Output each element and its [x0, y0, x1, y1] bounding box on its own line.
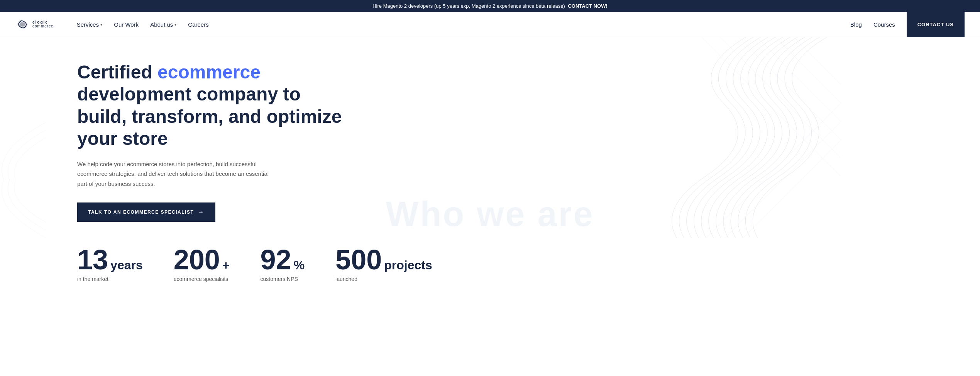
svg-line-1 [712, 37, 841, 158]
navbar-right: Blog Courses CONTACT US [850, 12, 965, 37]
chevron-down-icon: ▾ [100, 22, 102, 27]
nav-links: Services ▾ Our Work About us ▾ Careers [77, 21, 209, 28]
nav-courses[interactable]: Courses [873, 21, 895, 28]
hero-title: Certified ecommerce development company … [77, 61, 347, 150]
hero-content: Certified ecommerce development company … [77, 61, 347, 222]
navbar-left: elogic commerce Services ▾ Our Work Abou… [15, 17, 209, 31]
stat-nps-label: customers NPS [261, 276, 305, 282]
hero-title-after: development company to build, transform,… [77, 84, 342, 149]
hero-title-accent: ecommerce [157, 62, 261, 82]
stat-nps-unit: % [294, 258, 305, 272]
stat-specialists-label: ecommerce specialists [174, 276, 230, 282]
stat-projects-row: 500 projects [335, 246, 432, 274]
stat-years-unit: years [110, 258, 143, 272]
hero-cta-label: TALK TO AN ECOMMERCE SPECIALIST [88, 209, 194, 215]
logo-text-bottom: commerce [32, 24, 54, 28]
stat-specialists-number: 200 [174, 246, 220, 274]
hero-description: We help code your ecommerce stores into … [77, 159, 278, 189]
banner-cta-link[interactable]: CONTACT NOW! [568, 3, 607, 9]
stat-projects-number: 500 [335, 246, 382, 274]
arrow-right-icon: → [198, 209, 205, 216]
hero-section: Certified ecommerce development company … [0, 37, 980, 238]
svg-line-5 [786, 37, 841, 85]
stat-years-row: 13 years [77, 246, 143, 274]
left-arc-decoration [0, 122, 46, 238]
contact-us-button[interactable]: CONTACT US [907, 12, 965, 37]
navbar: elogic commerce Services ▾ Our Work Abou… [0, 12, 980, 37]
stat-specialists: 200 + ecommerce specialists [174, 246, 230, 282]
stat-years-number: 13 [77, 246, 108, 274]
hero-title-before: Certified [77, 62, 157, 82]
top-banner: Hire Magento 2 developers (up 5 years ex… [0, 0, 980, 12]
svg-line-4 [767, 37, 841, 103]
nav-blog[interactable]: Blog [850, 21, 862, 28]
stats-section: 13 years in the market 200 + ecommerce s… [0, 238, 980, 305]
stat-nps-row: 92 % [261, 246, 305, 274]
chevron-down-icon-about: ▾ [174, 22, 176, 27]
nav-services[interactable]: Services ▾ [77, 21, 103, 28]
stat-years: 13 years in the market [77, 246, 143, 282]
stat-specialists-row: 200 + [174, 246, 230, 274]
svg-line-2 [731, 37, 841, 140]
logo[interactable]: elogic commerce [15, 17, 54, 31]
stat-projects-label: launched [335, 276, 432, 282]
stat-nps-number: 92 [261, 246, 291, 274]
stat-nps: 92 % customers NPS [261, 246, 305, 282]
logo-text: elogic commerce [32, 20, 54, 28]
stat-years-label: in the market [77, 276, 143, 282]
svg-line-0 [694, 37, 841, 177]
hero-bg-decoration [400, 37, 980, 238]
banner-text-before: Hire Magento 2 developers [372, 3, 433, 9]
stat-projects: 500 projects launched [335, 246, 432, 282]
banner-text-paren: (up 5 years exp, Magento 2 experience si… [434, 3, 565, 9]
stat-specialists-unit: + [222, 258, 230, 272]
nav-about-us[interactable]: About us ▾ [150, 21, 176, 28]
svg-line-3 [749, 37, 841, 121]
logo-icon [15, 17, 29, 31]
nav-careers[interactable]: Careers [188, 21, 208, 28]
hero-cta-button[interactable]: TALK TO AN ECOMMERCE SPECIALIST → [77, 202, 215, 222]
nav-our-work[interactable]: Our Work [114, 21, 139, 28]
svg-line-8 [731, 140, 841, 238]
stat-projects-unit: projects [384, 258, 432, 272]
